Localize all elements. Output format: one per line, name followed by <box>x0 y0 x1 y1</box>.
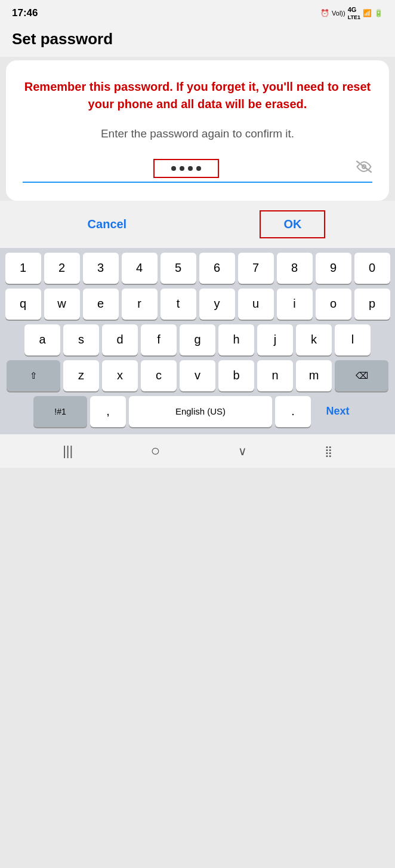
dot1 <box>171 166 176 171</box>
key-r[interactable]: r <box>122 289 158 320</box>
signal-icon: 📶 <box>363 9 372 17</box>
key-i[interactable]: i <box>277 289 313 320</box>
key-period[interactable]: . <box>275 396 311 427</box>
key-comma[interactable]: , <box>90 396 126 427</box>
key-s[interactable]: s <box>63 324 99 355</box>
status-bar: 17:46 ⏰ Vol)) 4GLTE1 📶 🔋 <box>0 0 395 24</box>
key-6[interactable]: 6 <box>199 253 235 284</box>
key-symbols[interactable]: !#1 <box>33 396 87 427</box>
warning-text: Remember this password. If you forget it… <box>20 78 375 113</box>
key-m[interactable]: m <box>296 360 332 391</box>
page-title: Set password <box>12 30 383 48</box>
key-e[interactable]: e <box>83 289 119 320</box>
keyboard-row-asdf: a s d f g h j k l <box>2 324 393 355</box>
keyboard-row-zxcv: ⇧ z x c v b n m ⌫ <box>2 360 393 391</box>
keyboard-row-qwerty: q w e r t y u i o p <box>2 289 393 320</box>
back-icon[interactable]: ||| <box>63 443 73 459</box>
key-7[interactable]: 7 <box>238 253 274 284</box>
cancel-button[interactable]: Cancel <box>70 211 145 237</box>
key-d[interactable]: d <box>102 324 138 355</box>
status-icons: ⏰ Vol)) 4GLTE1 📶 🔋 <box>320 6 383 20</box>
key-h[interactable]: h <box>218 324 254 355</box>
main-card: Remember this password. If you forget it… <box>6 60 389 201</box>
key-l[interactable]: l <box>335 324 371 355</box>
password-dots-box <box>153 159 219 178</box>
keyboard-row-bottom: !#1 , English (US) . Next <box>2 396 393 427</box>
key-c[interactable]: c <box>141 360 177 391</box>
key-space[interactable]: English (US) <box>129 396 272 427</box>
key-0[interactable]: 0 <box>354 253 390 284</box>
nav-bar: ||| ○ ∨ ⣿ <box>0 434 395 468</box>
key-w[interactable]: w <box>44 289 80 320</box>
key-t[interactable]: t <box>161 289 196 320</box>
page-title-bar: Set password <box>0 24 395 57</box>
dot4 <box>196 166 201 171</box>
dialog-buttons: Cancel OK <box>0 201 395 248</box>
keyboard-row-numbers: 1 2 3 4 5 6 7 8 9 0 <box>2 253 393 284</box>
key-q[interactable]: q <box>5 289 41 320</box>
menu-icon[interactable]: ⣿ <box>325 444 332 458</box>
home-icon[interactable]: ○ <box>151 441 161 460</box>
key-b[interactable]: b <box>218 360 254 391</box>
next-button[interactable]: Next <box>314 396 362 427</box>
volume-icon: Vol)) <box>332 10 345 17</box>
key-3[interactable]: 3 <box>83 253 119 284</box>
key-backspace[interactable]: ⌫ <box>335 360 388 391</box>
key-9[interactable]: 9 <box>316 253 351 284</box>
key-4[interactable]: 4 <box>122 253 158 284</box>
key-shift[interactable]: ⇧ <box>7 360 60 391</box>
key-1[interactable]: 1 <box>5 253 41 284</box>
key-g[interactable]: g <box>180 324 215 355</box>
key-u[interactable]: u <box>238 289 274 320</box>
key-p[interactable]: p <box>354 289 390 320</box>
alarm-icon: ⏰ <box>320 9 329 17</box>
confirm-text: Enter the password again to confirm it. <box>20 126 375 142</box>
toggle-visibility-icon[interactable] <box>356 160 372 177</box>
password-field-wrapper <box>23 159 350 178</box>
password-input-row[interactable] <box>23 159 372 183</box>
key-f[interactable]: f <box>141 324 177 355</box>
key-a[interactable]: a <box>24 324 60 355</box>
dot2 <box>180 166 184 171</box>
key-n[interactable]: n <box>257 360 293 391</box>
key-2[interactable]: 2 <box>44 253 80 284</box>
key-y[interactable]: y <box>199 289 235 320</box>
key-v[interactable]: v <box>180 360 215 391</box>
network-icon: 4GLTE1 <box>348 6 360 20</box>
key-j[interactable]: j <box>257 324 293 355</box>
key-5[interactable]: 5 <box>161 253 196 284</box>
key-k[interactable]: k <box>296 324 332 355</box>
battery-icon: 🔋 <box>374 9 383 17</box>
key-8[interactable]: 8 <box>277 253 313 284</box>
recents-icon[interactable]: ∨ <box>238 444 247 458</box>
key-z[interactable]: z <box>63 360 99 391</box>
keyboard: 1 2 3 4 5 6 7 8 9 0 q w e r t y u i o p … <box>0 248 395 434</box>
key-o[interactable]: o <box>316 289 351 320</box>
ok-button[interactable]: OK <box>260 210 325 238</box>
status-time: 17:46 <box>12 7 38 19</box>
dot3 <box>188 166 193 171</box>
key-x[interactable]: x <box>102 360 138 391</box>
